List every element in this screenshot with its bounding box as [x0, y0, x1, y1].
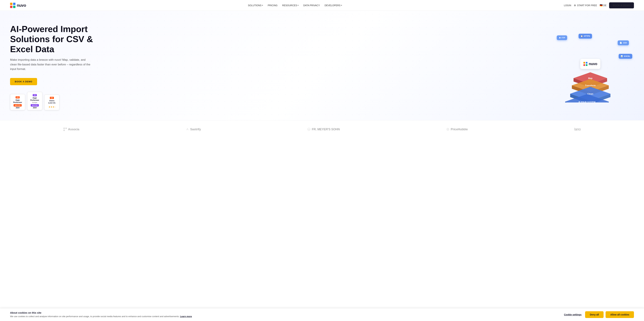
ftp-label: FTP [562, 37, 565, 39]
excel-card: 📊 EXCEL [619, 54, 632, 59]
nav-solutions[interactable]: SOLUTIONS ▾ [248, 4, 263, 7]
hero-illustration: 🖥 FTP 📋 HTTPS 📄 CSV 📊 EXCEL [547, 32, 634, 102]
flag-icon: 🇩🇪 [600, 4, 602, 7]
nav-right: LOGIN ⚙ START FOR FREE 🇩🇪 DE BOOK A DEMO [564, 2, 634, 8]
https-label: HTTPS [584, 35, 590, 37]
github-icon: ⚙ [574, 4, 576, 7]
badge-high-performer-europe: G2 HighPerformer Europe WINTER 2024 [27, 92, 42, 110]
lano-label: lano [574, 127, 581, 131]
svg-rect-25 [64, 128, 65, 129]
svg-text:FR: FR [308, 129, 310, 130]
fr-meyers-label: FR. MEYER'S SOHN [312, 128, 340, 131]
navbar: nuvo SOLUTIONS ▾ PRICING RESOURCES ▾ DAT… [0, 0, 644, 11]
logo-lano: lano [574, 127, 581, 131]
svg-rect-1 [13, 3, 16, 5]
pricehubble-label: PriceHubble [451, 128, 468, 131]
stars-icon: ★★★★★ [48, 105, 55, 108]
svg-rect-6 [586, 62, 588, 63]
logo-sastrify: Sastrify [186, 128, 201, 131]
svg-rect-3 [13, 6, 16, 8]
badge-users-love-us: G2 UsersLove Us ★★★★★ [44, 95, 60, 110]
badge3-title: UsersLove Us [46, 100, 58, 104]
hero-content: AI-Powered Import Solutions for CSV & Ex… [10, 24, 108, 110]
badge1-year: 2024 [11, 107, 24, 109]
https-card: 📋 HTTPS [578, 34, 592, 38]
logo-fr-meyers: FR FR. MEYER'S SOHN [308, 128, 340, 131]
chevron-down-icon: ▾ [341, 4, 342, 6]
excel-icon: 📊 [621, 55, 623, 57]
logo-text: nuvo [17, 3, 26, 8]
logo-link[interactable]: nuvo [10, 3, 26, 8]
csv-icon: 📄 [620, 42, 622, 44]
logo-associa: Associa [64, 128, 79, 131]
logos-bar: Associa Sastrify FR FR. MEYER'S SOHN Pri… [0, 120, 644, 138]
ftp-card: 🖥 FTP [557, 35, 567, 40]
book-demo-hero-button[interactable]: BOOK A DEMO [10, 78, 37, 85]
sastrify-icon [186, 128, 189, 131]
hero-title: AI-Powered Import Solutions for CSV & Ex… [10, 24, 108, 54]
nav-data-privacy[interactable]: DATA PRIVACY [303, 4, 320, 7]
svg-rect-5 [584, 62, 585, 63]
hero-subtitle: Make importing data a breeze with nuvo! … [10, 57, 90, 71]
nav-resources[interactable]: RESOURCES ▾ [282, 4, 299, 7]
badge1-season: WINTER [14, 104, 22, 106]
badge2-year: 2024 [28, 107, 41, 109]
nav-developers[interactable]: DEVELOPERS ▾ [324, 4, 342, 7]
svg-point-30 [447, 128, 449, 130]
svg-rect-26 [66, 128, 67, 129]
nav-pricing[interactable]: PRICING [268, 4, 277, 7]
svg-point-31 [447, 129, 448, 130]
pricehubble-icon [446, 128, 449, 131]
language-selector[interactable]: 🇩🇪 DE [600, 4, 606, 7]
svg-rect-0 [10, 3, 12, 5]
associa-label: Associa [68, 128, 79, 131]
csv-label: CSV [623, 42, 627, 44]
badges-container: G2 HighPerformer WINTER 2024 G2 HighPerf… [10, 92, 108, 110]
ftp-icon: 🖥 [559, 37, 560, 39]
svg-text:★★★★★: ★★★★★ [48, 106, 55, 108]
svg-rect-2 [10, 6, 12, 8]
svg-text:Transform: Transform [585, 84, 596, 87]
g2-logo-badge1: G2 [16, 96, 20, 98]
chevron-down-icon: ▾ [298, 4, 298, 6]
book-demo-nav-button[interactable]: BOOK A DEMO [609, 2, 634, 8]
login-link[interactable]: LOGIN [564, 4, 571, 7]
nuvo-logo-icon [10, 3, 16, 8]
associa-icon [64, 128, 67, 131]
svg-rect-27 [64, 130, 65, 131]
illustration-container: 🖥 FTP 📋 HTTPS 📄 CSV 📊 EXCEL [547, 32, 634, 102]
svg-text:⚙ YOUR SYSTEM: ⚙ YOUR SYSTEM [578, 101, 595, 102]
g2-logo-badge2: G2 [33, 94, 36, 96]
excel-label: EXCEL [624, 55, 630, 57]
hero-section: AI-Powered Import Solutions for CSV & Ex… [0, 11, 644, 120]
badge2-sub: Europe [28, 102, 41, 103]
badge2-season: WINTER [31, 104, 39, 106]
fr-meyers-icon: FR [308, 128, 310, 131]
csv-card: 📄 CSV [618, 40, 629, 45]
github-link[interactable]: ⚙ START FOR FREE [574, 4, 597, 7]
iso-layers: Map Transform Clean [562, 66, 619, 102]
badge1-title: HighPerformer [11, 99, 24, 103]
chevron-down-icon: ▾ [262, 4, 263, 6]
nav-links: SOLUTIONS ▾ PRICING RESOURCES ▾ DATA PRI… [248, 4, 342, 7]
badge2-title: HighPerformer [28, 97, 41, 101]
badge-high-performer: G2 HighPerformer WINTER 2024 [10, 94, 25, 110]
g2-logo-badge3: G2 [50, 97, 54, 99]
sastrify-label: Sastrify [190, 128, 201, 131]
logo-pricehubble: PriceHubble [446, 128, 468, 131]
nuvo-icon [584, 62, 588, 66]
https-icon: 📋 [580, 35, 583, 37]
